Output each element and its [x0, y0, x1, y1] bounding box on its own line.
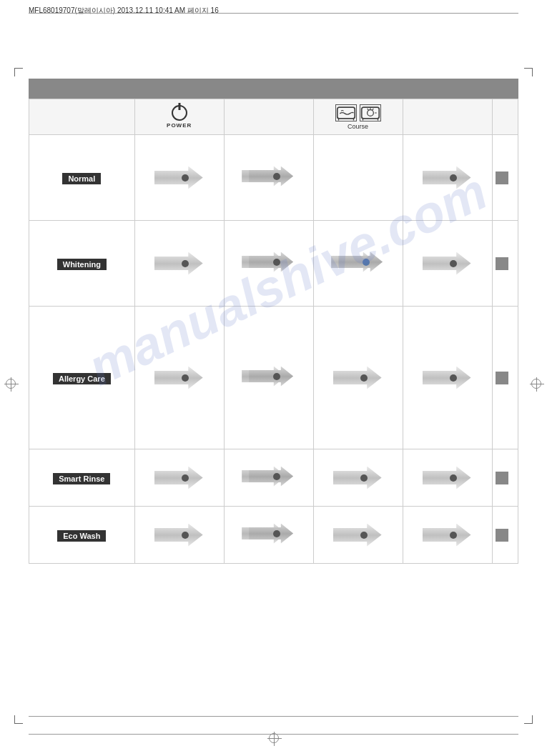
step-allergy-4	[403, 307, 492, 449]
table-row-whitening: Whitening	[29, 221, 518, 307]
arrow-eco-3	[317, 524, 400, 547]
step-whitening-1	[134, 221, 224, 307]
double-arrow-e2	[242, 522, 295, 548]
arrow-whitening-1	[138, 252, 221, 275]
course-name-normal: Normal	[29, 135, 135, 221]
arrow-whitening-3	[317, 251, 400, 277]
course-label-smart: Smart Rinse	[53, 473, 110, 484]
wash-cycle-table: POWER	[29, 99, 518, 564]
step-eco-2	[224, 507, 313, 564]
table-row-eco: Eco Wash	[29, 507, 518, 564]
single-arrow-s4	[423, 467, 473, 489]
crop-mark-bl	[14, 715, 23, 724]
double-arrow-w2	[242, 251, 295, 277]
single-arrow-s3	[333, 467, 383, 489]
course-name-eco: Eco Wash	[29, 507, 135, 564]
arrow-smart-3	[317, 467, 400, 489]
col-header-power: POWER	[134, 99, 224, 135]
arrow-allergy-2	[227, 365, 310, 391]
course-icon-group	[317, 104, 400, 121]
arrow-allergy-1	[138, 367, 221, 389]
arrow-eco-1	[138, 524, 221, 547]
table-row-normal: Normal	[29, 135, 518, 221]
single-arrow-e1	[154, 524, 204, 547]
spin-icon-svg	[360, 104, 380, 122]
step-normal-1	[134, 135, 224, 221]
table-header-row: POWER	[29, 99, 518, 135]
header-rule	[29, 13, 518, 14]
step-allergy-1	[134, 307, 224, 449]
double-arrow-w3-blue	[331, 251, 385, 277]
wash-icon-svg	[336, 104, 356, 122]
arrow-smart-4	[406, 467, 489, 489]
single-arrow-w1	[154, 252, 204, 275]
end-square-icon	[496, 171, 508, 184]
course-label-allergy: Allergy Care	[53, 373, 111, 384]
col-header-course-name	[29, 99, 135, 135]
arrow-whitening-4	[406, 252, 489, 275]
course-name-whitening: Whitening	[29, 221, 135, 307]
step-smart-3	[313, 449, 403, 507]
step-whitening-3	[313, 221, 403, 307]
spin-icon-box	[360, 104, 381, 121]
page-header: MFL68019707(말레이시아) 2013.12.11 10:41 AM 페…	[29, 6, 518, 16]
main-content: POWER	[29, 79, 518, 699]
table-row-allergy: Allergy Care	[29, 307, 518, 449]
power-label: POWER	[167, 122, 192, 129]
course-label-normal: Normal	[62, 173, 101, 184]
end-square-s	[496, 472, 508, 484]
step-whitening-2	[224, 221, 313, 307]
crop-mark-tr	[524, 68, 533, 76]
bottom-reg-mark	[269, 733, 279, 743]
single-arrow-e3	[333, 524, 383, 547]
step-eco-end	[492, 507, 518, 564]
page-header-text: MFL68019707(말레이시아) 2013.12.11 10:41 AM 페…	[29, 6, 219, 16]
section-header-bar	[29, 79, 518, 99]
step-normal-2	[224, 135, 313, 221]
arrow-smart-1	[138, 467, 221, 489]
single-arrow-a1	[154, 367, 204, 389]
single-arrow-icon-2	[423, 166, 473, 189]
step-eco-4	[403, 507, 492, 564]
reg-mark-right	[531, 379, 541, 389]
footer-rule-top	[29, 716, 518, 717]
single-arrow-w4	[423, 252, 473, 275]
step-smart-4	[403, 449, 492, 507]
step-smart-end	[492, 449, 518, 507]
arrow-whitening-2	[227, 251, 310, 277]
course-label-eco: Eco Wash	[57, 530, 106, 542]
arrow-allergy-3	[317, 367, 400, 389]
single-arrow-icon	[154, 166, 204, 189]
end-square-a	[496, 372, 508, 384]
step-smart-1	[134, 449, 224, 507]
crop-mark-br	[524, 715, 533, 724]
end-square-w	[496, 257, 508, 270]
col-header-course-icons: Course	[313, 99, 403, 135]
double-arrow-a2	[242, 365, 295, 391]
step-allergy-3	[313, 307, 403, 449]
step-normal-end	[492, 135, 518, 221]
arrow-eco-2	[227, 522, 310, 548]
arrow-eco-4	[406, 524, 489, 547]
step-allergy-2	[224, 307, 313, 449]
step-whitening-4	[403, 221, 492, 307]
single-arrow-a4	[423, 367, 473, 389]
svg-point-4	[367, 109, 373, 116]
power-icon-group: POWER	[167, 105, 192, 129]
course-label-whitening: Whitening	[57, 259, 107, 270]
course-name-smart: Smart Rinse	[29, 449, 135, 507]
step-eco-3	[313, 507, 403, 564]
step-normal-3	[313, 135, 403, 221]
step-normal-4	[403, 135, 492, 221]
arrow-normal-4	[406, 166, 489, 189]
reg-mark-left	[6, 379, 16, 389]
col-header-step2	[224, 99, 313, 135]
step-eco-1	[134, 507, 224, 564]
single-arrow-s1	[154, 467, 204, 489]
power-circle-icon	[172, 105, 187, 121]
step-smart-2	[224, 449, 313, 507]
col-header-end	[492, 99, 518, 135]
arrow-smart-2	[227, 465, 310, 491]
arrow-normal-2	[227, 165, 310, 191]
single-arrow-e4	[423, 524, 473, 547]
